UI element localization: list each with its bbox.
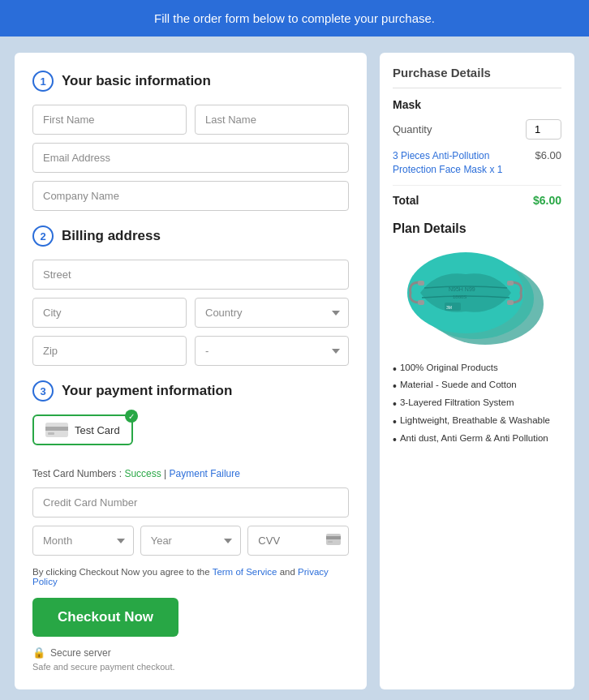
test-card-option[interactable]: Test Card ✓ <box>32 414 133 445</box>
last-name-input[interactable] <box>195 105 349 135</box>
email-input[interactable] <box>32 143 349 173</box>
city-country-row: Country <box>32 298 349 328</box>
plan-feature-item: Anti dust, Anti Germ & Anti Pollution <box>393 433 561 447</box>
quantity-input[interactable] <box>526 119 561 140</box>
item-price: $6.00 <box>535 149 561 161</box>
last-name-field <box>195 105 349 135</box>
year-select[interactable]: Year <box>140 526 242 556</box>
first-name-field <box>32 105 187 135</box>
zip-field <box>32 336 187 366</box>
svg-rect-1 <box>45 427 68 431</box>
email-field <box>32 143 349 173</box>
step3-circle: 3 <box>32 380 54 402</box>
cvv-svg <box>326 534 341 545</box>
terms-row: By clicking Checkout Now you agree to th… <box>32 567 349 586</box>
plan-feature-item: Material - Suede and Cotton <box>393 380 561 393</box>
total-label: Total <box>393 194 419 207</box>
plan-feature-item: 100% Original Products <box>393 363 561 376</box>
checkout-button[interactable]: Checkout Now <box>32 598 178 637</box>
terms-before: By clicking Checkout Now you agree to th… <box>32 567 210 577</box>
svg-rect-9 <box>418 281 424 286</box>
total-price: $6.00 <box>533 194 561 207</box>
plan-features-list: 100% Original ProductsMaterial - Suede a… <box>393 363 561 447</box>
zip-state-row: - <box>32 336 349 366</box>
card-icon <box>45 423 68 437</box>
secure-row: 🔒 Secure server <box>32 646 349 659</box>
item-name: 3 Pieces Anti-Pollution Protection Face … <box>393 149 514 177</box>
main-content: 1 Your basic information <box>0 37 589 700</box>
plan-title: Plan Details <box>393 221 561 236</box>
item-row: 3 Pieces Anti-Pollution Protection Face … <box>393 149 561 186</box>
test-card-info: Test Card Numbers : Success | Payment Fa… <box>32 468 349 479</box>
quantity-row: Quantity <box>393 119 561 140</box>
street-field <box>32 260 349 290</box>
quantity-label: Quantity <box>393 123 432 135</box>
section3-title-row: 3 Your payment information <box>32 380 349 402</box>
card-label: Test Card <box>75 424 120 436</box>
secure-label: Secure server <box>50 647 111 659</box>
city-field <box>32 298 187 328</box>
company-row <box>32 181 349 211</box>
state-select[interactable]: - <box>195 336 349 366</box>
product-title: Mask <box>393 98 561 111</box>
month-field: Month <box>32 526 134 556</box>
state-field: - <box>195 336 349 366</box>
step2-circle: 2 <box>32 225 54 247</box>
month-year-cvv-row: Month Year <box>32 526 349 556</box>
terms-link[interactable]: Term of Service <box>213 567 277 577</box>
page-wrapper: Fill the order form below to complete yo… <box>0 0 589 700</box>
section2-header: 2 Billing address <box>32 225 349 247</box>
street-row <box>32 260 349 290</box>
total-row: Total $6.00 <box>393 194 561 207</box>
order-form-panel: 1 Your basic information <box>15 53 367 689</box>
svg-text:N95H N99: N95H N99 <box>449 286 475 292</box>
country-select[interactable]: Country <box>195 298 349 328</box>
svg-text:1860S: 1860S <box>453 294 466 299</box>
cvv-field <box>247 526 349 556</box>
mask-illustration: N95H N99 1860S 3M <box>404 246 550 351</box>
success-link[interactable]: Success <box>124 468 161 479</box>
svg-rect-4 <box>326 536 341 539</box>
terms-middle: and <box>280 567 295 577</box>
section1-header: 1 Your basic information <box>32 71 349 92</box>
svg-text:3M: 3M <box>446 305 452 310</box>
plan-feature-item: Lightweight, Breathable & Washable <box>393 415 561 429</box>
company-input[interactable] <box>32 181 349 211</box>
svg-rect-2 <box>48 432 54 435</box>
cvv-card-icon <box>326 534 341 548</box>
card-svg <box>45 423 68 437</box>
company-field <box>32 181 349 211</box>
city-input[interactable] <box>32 298 187 328</box>
svg-rect-5 <box>328 541 333 543</box>
banner-text: Fill the order form below to complete yo… <box>154 11 435 25</box>
step1-circle: 1 <box>32 71 54 92</box>
svg-rect-11 <box>507 281 514 286</box>
plan-feature-item: 3-Layered Filtration System <box>393 397 561 411</box>
section2-title: Billing address <box>62 228 161 244</box>
right-panel: Purchase Details Mask Quantity 3 Pieces … <box>380 53 574 689</box>
test-card-label: Test Card Numbers : <box>32 468 122 479</box>
separator: | <box>164 468 166 479</box>
country-field: Country <box>195 298 349 328</box>
section2-title-row: 2 Billing address <box>32 225 349 247</box>
svg-rect-12 <box>507 300 514 305</box>
zip-input[interactable] <box>32 336 187 366</box>
mask-image: N95H N99 1860S 3M <box>393 246 561 351</box>
cc-row <box>32 487 349 517</box>
failure-link[interactable]: Payment Failure <box>170 468 240 479</box>
year-field: Year <box>140 526 242 556</box>
top-banner: Fill the order form below to complete yo… <box>0 0 589 37</box>
cc-input[interactable] <box>32 487 349 517</box>
safe-text: Safe and secure payment checkout. <box>32 662 349 672</box>
section1-title: Your basic information <box>62 73 211 89</box>
street-input[interactable] <box>32 260 349 290</box>
first-name-input[interactable] <box>32 105 187 135</box>
month-select[interactable]: Month <box>32 526 134 556</box>
purchase-details-title: Purchase Details <box>393 66 561 88</box>
cc-field <box>32 487 349 517</box>
check-badge: ✓ <box>125 410 138 423</box>
section3-header: 3 Your payment information <box>32 380 349 402</box>
lock-icon: 🔒 <box>32 646 45 659</box>
section3-title: Your payment information <box>62 383 232 399</box>
name-row <box>32 105 349 135</box>
